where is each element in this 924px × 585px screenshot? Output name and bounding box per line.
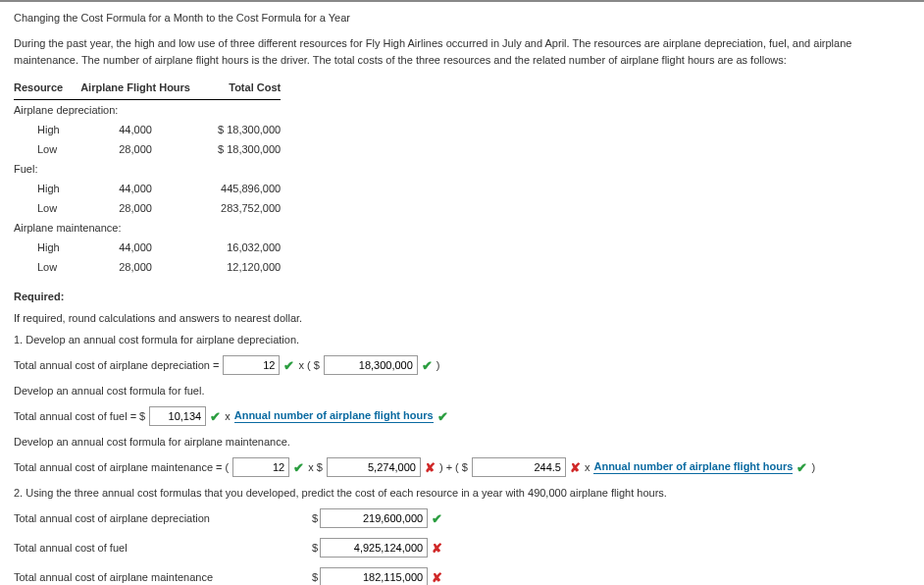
- check-icon: ✔: [422, 358, 433, 373]
- cell-hours: 44,000: [80, 238, 218, 257]
- flight-hours-dropdown[interactable]: Annual number of airplane flight hours: [593, 460, 793, 474]
- table-row: Airplane maintenance:: [14, 218, 281, 238]
- q1b-formula: Total annual cost of fuel = $ ✔ x Annual…: [14, 406, 910, 426]
- q1-suffix: ): [436, 359, 440, 371]
- q2-fuel-label: Total annual cost of fuel: [14, 542, 308, 554]
- fuel-label: Fuel:: [14, 159, 281, 179]
- q1c-input-1[interactable]: [232, 457, 289, 477]
- table-row: Low 28,000 $ 18,300,000: [14, 139, 281, 159]
- cell-label: Low: [14, 257, 80, 277]
- cell-cost: $ 18,300,000: [218, 139, 281, 159]
- flight-hours-dropdown[interactable]: Annual number of airplane flight hours: [234, 409, 434, 423]
- table-row: Low 28,000 283,752,000: [14, 198, 281, 218]
- col-resource: Resource: [14, 78, 80, 100]
- q1c-mid3: x: [585, 461, 590, 473]
- dollar-sign: $: [312, 512, 318, 524]
- required-heading: Required:: [14, 291, 910, 302]
- q1c-formula: Total annual cost of airplane maintenanc…: [14, 457, 910, 477]
- q2-dep-input[interactable]: [320, 508, 428, 528]
- table-row: High 44,000 445,896,000: [14, 179, 281, 198]
- q2-fuel-input[interactable]: [320, 538, 428, 558]
- cell-label: High: [14, 120, 80, 139]
- dollar-sign: $: [312, 571, 318, 583]
- check-icon: ✔: [432, 511, 442, 526]
- q1b-mid1: x: [225, 410, 231, 422]
- cell-label: High: [14, 179, 80, 198]
- q1c-input-3[interactable]: [472, 457, 566, 477]
- check-icon: ✔: [283, 358, 294, 373]
- q2-row-fuel: Total annual cost of fuel $ ✘: [14, 538, 910, 558]
- cell-cost: $ 18,300,000: [218, 120, 281, 139]
- check-icon: ✔: [293, 460, 304, 475]
- check-icon: ✔: [437, 409, 448, 424]
- q2-maint-input[interactable]: [320, 567, 428, 585]
- q2-row-dep: Total annual cost of airplane depreciati…: [14, 508, 910, 528]
- table-row: High 44,000 $ 18,300,000: [14, 120, 281, 139]
- rounding-note: If required, round calculations and answ…: [14, 312, 910, 324]
- q1c-suffix: ): [811, 461, 815, 473]
- table-row: High 44,000 16,032,000: [14, 238, 281, 257]
- q1c-input-2[interactable]: [327, 457, 421, 477]
- q1c-prompt: Develop an annual cost formula for airpl…: [14, 436, 910, 448]
- cell-hours: 28,000: [80, 139, 218, 159]
- q1-input-1[interactable]: [223, 355, 280, 375]
- check-icon: ✔: [210, 409, 221, 424]
- cell-hours: 44,000: [80, 120, 218, 139]
- col-hours: Airplane Flight Hours: [80, 78, 218, 100]
- cross-icon: ✘: [425, 460, 436, 475]
- cell-label: Low: [14, 198, 80, 218]
- maintenance-label: Airplane maintenance:: [14, 218, 281, 238]
- cross-icon: ✘: [432, 570, 442, 585]
- q2-row-maint: Total annual cost of airplane maintenanc…: [14, 567, 910, 585]
- cell-cost: 445,896,000: [218, 179, 281, 198]
- cell-hours: 28,000: [80, 198, 218, 218]
- table-row: Fuel:: [14, 159, 281, 179]
- page-content: Changing the Cost Formula for a Month to…: [0, 12, 924, 585]
- cell-cost: 12,120,000: [218, 257, 281, 277]
- data-table: Resource Airplane Flight Hours Total Cos…: [14, 78, 281, 277]
- q1b-prefix: Total annual cost of fuel = $: [14, 410, 145, 422]
- q1-prompt: 1. Develop an annual cost formula for ai…: [14, 334, 910, 346]
- q2-dep-label: Total annual cost of airplane depreciati…: [14, 512, 308, 524]
- cell-hours: 28,000: [80, 257, 218, 277]
- page-title: Changing the Cost Formula for a Month to…: [14, 12, 910, 24]
- table-header-row: Resource Airplane Flight Hours Total Cos…: [14, 78, 281, 100]
- dollar-sign: $: [312, 542, 318, 554]
- top-divider: [0, 0, 924, 2]
- cross-icon: ✘: [432, 541, 442, 556]
- q2-prompt: 2. Using the three annual cost formulas …: [14, 487, 910, 499]
- depreciation-label: Airplane depreciation:: [14, 100, 281, 121]
- description: During the past year, the high and low u…: [14, 35, 910, 68]
- cell-cost: 283,752,000: [218, 198, 281, 218]
- table-row: Low 28,000 12,120,000: [14, 257, 281, 277]
- q1b-input-1[interactable]: [149, 406, 206, 426]
- q1c-prefix: Total annual cost of airplane maintenanc…: [14, 461, 229, 473]
- q1c-mid2: ) + ( $: [439, 461, 468, 473]
- cell-label: High: [14, 238, 80, 257]
- q1-mid1: x ( $: [298, 359, 319, 371]
- q2-maint-label: Total annual cost of airplane maintenanc…: [14, 571, 308, 583]
- cell-label: Low: [14, 139, 80, 159]
- q1-prefix: Total annual cost of airplane depreciati…: [14, 359, 219, 371]
- cross-icon: ✘: [570, 460, 581, 475]
- q1-formula: Total annual cost of airplane depreciati…: [14, 355, 910, 375]
- q1-input-2[interactable]: [324, 355, 418, 375]
- q1b-prompt: Develop an annual cost formula for fuel.: [14, 385, 910, 397]
- cell-cost: 16,032,000: [218, 238, 281, 257]
- table-row: Airplane depreciation:: [14, 100, 281, 121]
- q1c-mid1: x $: [308, 461, 323, 473]
- cell-hours: 44,000: [80, 179, 218, 198]
- check-icon: ✔: [796, 460, 807, 475]
- col-cost: Total Cost: [218, 78, 281, 100]
